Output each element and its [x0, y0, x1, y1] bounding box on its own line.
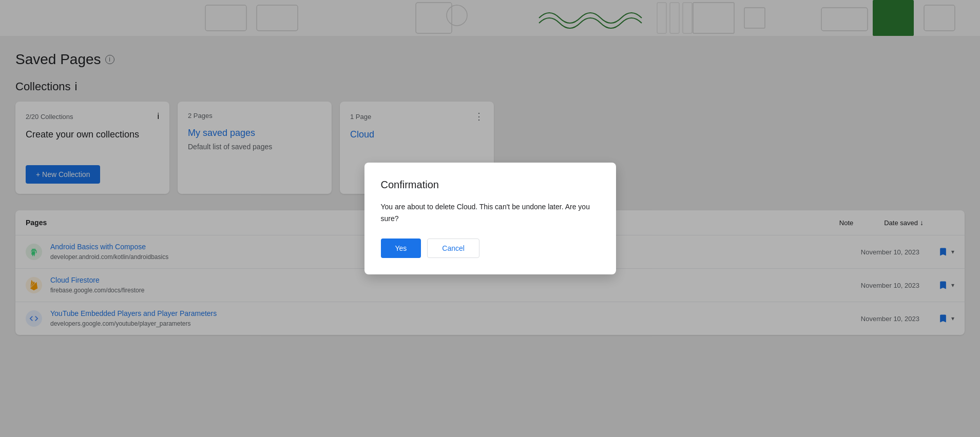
- confirmation-dialog: Confirmation You are about to delete Clo…: [364, 163, 616, 274]
- modal-title: Confirmation: [381, 179, 600, 191]
- modal-actions: Yes Cancel: [381, 239, 600, 258]
- modal-overlay: Confirmation You are about to delete Clo…: [0, 0, 980, 437]
- modal-body-text: You are about to delete Cloud. This can'…: [381, 201, 600, 224]
- confirm-cancel-button[interactable]: Cancel: [427, 239, 479, 258]
- confirm-yes-button[interactable]: Yes: [381, 239, 421, 258]
